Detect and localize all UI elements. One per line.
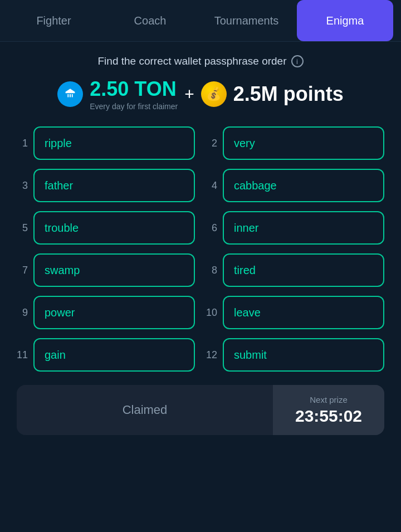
claimed-button[interactable]: Claimed [17, 385, 273, 435]
next-prize-label: Next prize [310, 395, 348, 404]
word-box[interactable]: cabbage [223, 169, 384, 202]
word-box[interactable]: inner [223, 211, 384, 245]
word-row: 4 cabbage [206, 169, 384, 202]
word-row: 10 leave [206, 296, 384, 329]
plus-sign: + [184, 85, 194, 104]
ton-logo-icon [57, 81, 83, 107]
word-number: 4 [206, 180, 217, 192]
main-content: Find the correct wallet passphrase order… [0, 42, 401, 448]
word-box[interactable]: gain [33, 338, 195, 372]
ton-amount: 2.50 TON [90, 77, 176, 101]
word-number: 5 [17, 222, 28, 234]
word-row: 1 ripple [17, 126, 195, 160]
word-number: 1 [17, 138, 28, 149]
word-number: 3 [17, 180, 28, 192]
word-number: 2 [206, 138, 217, 149]
word-row: 3 father [17, 169, 195, 202]
word-row: 2 very [206, 126, 384, 160]
word-row: 7 swamp [17, 253, 195, 287]
word-box[interactable]: trouble [33, 211, 195, 245]
word-box[interactable]: leave [223, 296, 384, 329]
reward-section: 2.50 TON Every day for first claimer + 💰… [17, 77, 384, 111]
info-icon[interactable]: i [291, 55, 304, 67]
nav-enigma[interactable]: Enigma [297, 0, 393, 41]
next-prize-section: Next prize 23:55:02 [273, 385, 384, 435]
word-number: 6 [206, 222, 217, 234]
ton-reward-inline: 2.50 TON [90, 77, 176, 101]
points-amount: 2.5M points [233, 82, 344, 106]
nav-coach[interactable]: Coach [102, 0, 198, 41]
word-box[interactable]: ripple [33, 126, 195, 160]
word-row: 6 inner [206, 211, 384, 245]
word-number: 7 [17, 265, 28, 276]
word-box[interactable]: tired [223, 253, 384, 287]
words-grid: 1 ripple 2 very 3 father 4 cabbage 5 tro… [17, 126, 384, 372]
bottom-section: Claimed Next prize 23:55:02 [17, 385, 384, 435]
word-box[interactable]: very [223, 126, 384, 160]
word-row: 8 tired [206, 253, 384, 287]
word-row: 5 trouble [17, 211, 195, 245]
coin-logo-icon: 💰 [201, 81, 227, 107]
title-section: Find the correct wallet passphrase order… [17, 55, 384, 111]
word-box[interactable]: swamp [33, 253, 195, 287]
word-box[interactable]: father [33, 169, 195, 202]
word-number: 10 [206, 307, 217, 319]
ton-reward-left: 2.50 TON Every day for first claimer [90, 77, 178, 111]
word-number: 8 [206, 265, 217, 276]
word-row: 11 gain [17, 338, 195, 372]
word-row: 12 submit [206, 338, 384, 372]
reward-subtitle: Every day for first claimer [90, 102, 178, 111]
navigation-bar: Fighter Coach Tournaments Enigma [0, 0, 401, 42]
word-number: 11 [17, 349, 28, 361]
page-title: Find the correct wallet passphrase order… [17, 55, 384, 67]
nav-tournaments[interactable]: Tournaments [198, 0, 295, 41]
word-number: 12 [206, 349, 217, 361]
word-box[interactable]: power [33, 296, 195, 329]
next-prize-timer: 23:55:02 [295, 407, 362, 426]
nav-fighter[interactable]: Fighter [6, 0, 102, 41]
word-number: 9 [17, 307, 28, 319]
word-box[interactable]: submit [223, 338, 384, 372]
word-row: 9 power [17, 296, 195, 329]
